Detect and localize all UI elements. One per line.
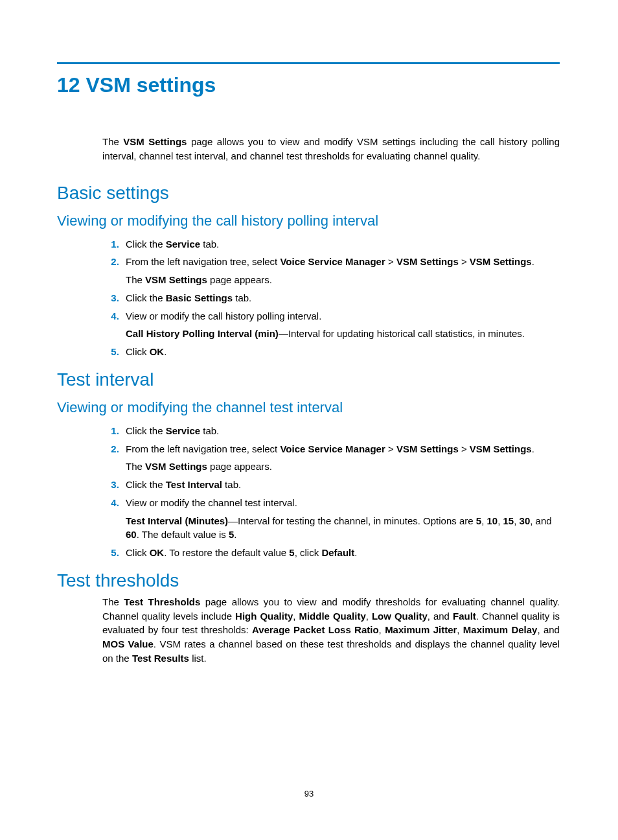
subsection-channel-test-interval: Viewing or modifying the channel test in… bbox=[57, 399, 560, 416]
steps-test-interval: Click the Service tab. From the left nav… bbox=[102, 424, 560, 560]
bold-text: Voice Service Manager bbox=[280, 256, 385, 267]
bold-text: Test Thresholds bbox=[124, 596, 200, 607]
text: Click the bbox=[126, 239, 166, 250]
text: tab. bbox=[233, 292, 251, 303]
step: Click OK. bbox=[122, 345, 560, 359]
step: Click the Service tab. bbox=[122, 424, 560, 438]
text: , and bbox=[530, 515, 551, 526]
text: page appears. bbox=[207, 461, 272, 472]
bold-text: 15 bbox=[503, 515, 514, 526]
text: . bbox=[234, 529, 236, 540]
step: View or modify the channel test interval… bbox=[122, 496, 560, 542]
bold-text: Test Interval bbox=[166, 479, 222, 490]
text: tab. bbox=[222, 479, 241, 490]
section-test-interval: Test interval bbox=[57, 369, 560, 390]
step: From the left navigation tree, select Vo… bbox=[122, 255, 560, 287]
text: . bbox=[532, 443, 534, 454]
text: From the left navigation tree, select bbox=[126, 256, 280, 267]
chapter-rule bbox=[57, 62, 560, 64]
thresholds-paragraph: The Test Thresholds page allows you to v… bbox=[102, 595, 560, 666]
bold-text: 10 bbox=[486, 515, 498, 526]
text: > bbox=[385, 256, 396, 267]
text: , bbox=[379, 624, 385, 635]
subsection-call-history-polling: Viewing or modifying the call history po… bbox=[57, 213, 560, 229]
text: Click bbox=[126, 547, 150, 558]
text: View or modify the call history polling … bbox=[126, 310, 321, 321]
text: , click bbox=[295, 547, 322, 558]
text: The bbox=[102, 596, 124, 607]
text: The bbox=[126, 274, 145, 285]
bold-text: 5 bbox=[476, 515, 481, 526]
bold-text: Maximum Jitter bbox=[385, 624, 457, 635]
text: The bbox=[102, 136, 123, 147]
chapter-title: 12 VSM settings bbox=[57, 73, 560, 97]
step: View or modify the call history polling … bbox=[122, 309, 560, 342]
text: page appears. bbox=[207, 274, 272, 285]
text: The bbox=[126, 461, 145, 472]
step-subline: The VSM Settings page appears. bbox=[126, 460, 560, 474]
text: > bbox=[459, 443, 470, 454]
text: . To restore the default value bbox=[164, 547, 289, 558]
bold-text: Maximum Delay bbox=[463, 624, 538, 635]
bold-text: VSM Settings bbox=[145, 461, 207, 472]
bold-text: VSM Settings bbox=[396, 443, 459, 454]
intro-paragraph: The VSM Settings page allows you to view… bbox=[102, 135, 560, 163]
step: Click OK. To restore the default value 5… bbox=[122, 546, 560, 560]
text: . The default value is bbox=[137, 529, 229, 540]
bold-text: Test Results bbox=[132, 653, 189, 664]
text: Click the bbox=[126, 292, 166, 303]
bold-text: VSM Settings bbox=[396, 256, 459, 267]
text: Click the bbox=[126, 479, 166, 490]
bold-text: Service bbox=[166, 425, 200, 436]
text: tab. bbox=[200, 425, 219, 436]
bold-text: 30 bbox=[520, 515, 531, 526]
text: . bbox=[164, 346, 166, 357]
bold-text: MOS Value bbox=[102, 638, 154, 649]
bold-text: High Quality bbox=[235, 611, 293, 622]
bold-text: VSM Settings bbox=[470, 256, 532, 267]
bold-text: Basic Settings bbox=[166, 292, 233, 303]
step-subline: The VSM Settings page appears. bbox=[126, 273, 560, 287]
steps-basic: Click the Service tab. From the left nav… bbox=[102, 237, 560, 359]
step: From the left navigation tree, select Vo… bbox=[122, 442, 560, 474]
text: From the left navigation tree, select bbox=[126, 443, 280, 454]
text: , bbox=[514, 515, 519, 526]
bold-text: VSM Settings bbox=[123, 136, 187, 147]
text: , bbox=[366, 611, 372, 622]
text: Click bbox=[126, 346, 150, 357]
text: , bbox=[457, 624, 463, 635]
bold-text: Voice Service Manager bbox=[280, 443, 385, 454]
text: —Interval for updating historical call s… bbox=[279, 328, 525, 339]
text: —Interval for testing the channel, in mi… bbox=[228, 515, 476, 526]
text: , and bbox=[428, 611, 453, 622]
bold-text: VSM Settings bbox=[145, 274, 207, 285]
document-page: 12 VSM settings The VSM Settings page al… bbox=[0, 0, 618, 840]
text: View or modify the channel test interval… bbox=[126, 497, 297, 508]
bold-text: 5 bbox=[289, 547, 294, 558]
bold-text: Fault bbox=[453, 611, 476, 622]
text: , bbox=[498, 515, 503, 526]
text: > bbox=[459, 256, 470, 267]
bold-text: Call History Polling Interval (min) bbox=[126, 328, 279, 339]
step: Click the Test Interval tab. bbox=[122, 478, 560, 492]
bold-text: Average Packet Loss Ratio bbox=[252, 624, 379, 635]
bold-text: OK bbox=[150, 346, 165, 357]
section-test-thresholds: Test thresholds bbox=[57, 570, 560, 591]
bold-text: OK bbox=[150, 547, 165, 558]
bold-text: Middle Quality bbox=[299, 611, 365, 622]
step: Click the Service tab. bbox=[122, 237, 560, 251]
bold-text: Service bbox=[166, 239, 200, 250]
text: . bbox=[532, 256, 534, 267]
text: Click the bbox=[126, 425, 166, 436]
bold-text: 60 bbox=[126, 529, 137, 540]
bold-text: Default bbox=[321, 547, 354, 558]
bold-text: Low Quality bbox=[372, 611, 428, 622]
page-number: 93 bbox=[0, 789, 618, 799]
text: . bbox=[354, 547, 357, 558]
step: Click the Basic Settings tab. bbox=[122, 291, 560, 305]
text: , and bbox=[537, 624, 560, 635]
step-subline: Test Interval (Minutes)—Interval for tes… bbox=[126, 514, 560, 542]
text: > bbox=[385, 443, 396, 454]
text: list. bbox=[189, 653, 207, 664]
text: tab. bbox=[200, 239, 219, 250]
